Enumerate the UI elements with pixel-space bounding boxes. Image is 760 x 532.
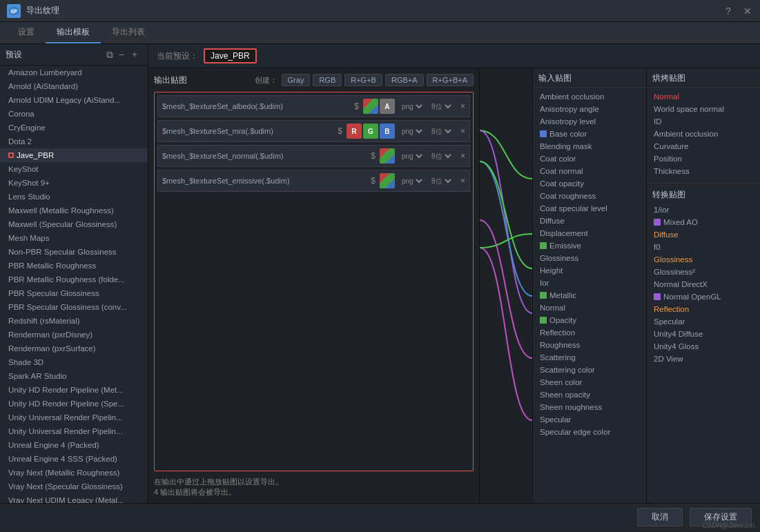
sidebar-item[interactable]: Dota 2 xyxy=(0,135,148,148)
convert-texture-item[interactable]: 1/ior xyxy=(647,204,760,216)
sidebar-item[interactable]: Renderman (pxrSurface) xyxy=(0,342,148,355)
sidebar-item[interactable]: Spark AR Studio xyxy=(0,369,148,383)
bit-depth-select[interactable]: 8位 xyxy=(429,127,454,136)
close-button[interactable]: ✕ xyxy=(742,6,753,17)
channel-swatch-rgb[interactable] xyxy=(380,148,395,164)
channel-swatch-rgb[interactable] xyxy=(380,173,395,188)
channel-swatch-a[interactable]: A xyxy=(380,99,395,114)
convert-texture-item[interactable]: Diffuse xyxy=(647,228,760,241)
input-texture-item[interactable]: Emissive xyxy=(533,239,646,252)
mesh-texture-item[interactable]: ID xyxy=(647,115,760,128)
sidebar-item[interactable]: PBR Specular Glossiness xyxy=(0,286,148,300)
bit-depth-select[interactable]: 8位 xyxy=(429,177,454,186)
convert-texture-item[interactable]: Specular xyxy=(647,315,760,328)
convert-texture-item[interactable]: Unity4 Gloss xyxy=(647,340,760,353)
sidebar-add-btn[interactable]: ＋ xyxy=(127,48,142,61)
input-texture-item[interactable]: Diffuse xyxy=(533,215,646,227)
remove-texture-btn[interactable]: × xyxy=(460,151,465,161)
format-btn-rgb[interactable]: R+G+B xyxy=(344,74,382,86)
input-texture-item[interactable]: Coat normal xyxy=(533,165,646,177)
convert-texture-item[interactable]: Glossiness² xyxy=(647,266,760,278)
format-select[interactable]: png xyxy=(399,177,425,186)
sidebar-item[interactable]: Vray Next (Metallic Roughness) xyxy=(0,466,148,480)
mesh-texture-item[interactable]: Thickness xyxy=(647,165,760,177)
input-texture-item[interactable]: Coat color xyxy=(533,152,646,165)
input-texture-item[interactable]: Sheen roughness xyxy=(533,401,646,413)
bit-depth-select[interactable]: 8位 xyxy=(429,152,454,161)
input-texture-item[interactable]: Metallic xyxy=(533,289,646,302)
convert-texture-item[interactable]: 2D View xyxy=(647,353,760,365)
convert-texture-item[interactable]: f0 xyxy=(647,241,760,253)
bit-depth-select[interactable]: 8位 xyxy=(429,102,454,111)
sidebar-item[interactable]: PBR Metallic Roughness (folde... xyxy=(0,273,148,286)
channel-swatch-rgb[interactable] xyxy=(363,99,378,114)
mesh-texture-item[interactable]: Normal xyxy=(647,90,760,103)
sidebar-item[interactable]: Vray Next UDIM Legacy (Metal... xyxy=(0,493,148,503)
sidebar-item[interactable]: Unity Universal Render Pipelin... xyxy=(0,424,148,438)
sidebar-item[interactable]: Vray Next (Specular Glossiness) xyxy=(0,480,148,493)
input-texture-item[interactable]: Opacity xyxy=(533,314,646,326)
input-texture-item[interactable]: Specular edge color xyxy=(533,426,646,438)
sidebar-item[interactable]: Unity HD Render Pipeline (Met... xyxy=(0,383,148,397)
input-texture-item[interactable]: Height xyxy=(533,264,646,277)
convert-texture-item[interactable]: Normal DirectX xyxy=(647,278,760,290)
sidebar-item[interactable]: Arnold UDIM Legacy (AiStand... xyxy=(0,93,148,107)
remove-texture-btn[interactable]: × xyxy=(460,176,465,186)
convert-texture-item[interactable]: Glossiness xyxy=(647,253,760,266)
input-texture-item[interactable]: Sheen opacity xyxy=(533,388,646,401)
sidebar-remove-btn[interactable]: − xyxy=(116,49,127,60)
sidebar-item[interactable]: Corona xyxy=(0,107,148,121)
sidebar-item[interactable]: Non-PBR Specular Glossiness xyxy=(0,245,148,259)
convert-texture-item[interactable]: Mixed AO xyxy=(647,216,760,228)
input-texture-item[interactable]: Base color xyxy=(533,128,646,140)
cancel-button[interactable]: 取消 xyxy=(637,508,683,526)
sidebar-item[interactable]: Mesh Maps xyxy=(0,231,148,245)
input-texture-item[interactable]: Specular xyxy=(533,413,646,426)
input-texture-item[interactable]: Scattering xyxy=(533,351,646,364)
input-texture-item[interactable]: Coat roughness xyxy=(533,190,646,202)
input-texture-item[interactable]: Glossiness xyxy=(533,252,646,264)
input-texture-item[interactable]: Blending mask xyxy=(533,140,646,152)
convert-texture-item[interactable]: Normal OpenGL xyxy=(647,290,760,303)
sidebar-item[interactable]: PBR Specular Glossiness (conv... xyxy=(0,300,148,314)
format-btn-gray[interactable]: Gray xyxy=(282,74,311,86)
sidebar-item[interactable]: Unreal Engine 4 (Packed) xyxy=(0,438,148,452)
sidebar-item[interactable]: Shade 3D xyxy=(0,355,148,369)
channel-swatch-r[interactable]: R xyxy=(347,124,362,139)
input-texture-item[interactable]: Ambient occlusion xyxy=(533,90,646,103)
sidebar-item[interactable]: Arnold (AiStandard) xyxy=(0,79,148,93)
convert-texture-item[interactable]: Unity4 Diffuse xyxy=(647,328,760,340)
input-texture-item[interactable]: Normal xyxy=(533,302,646,314)
sidebar-item[interactable]: Unity HD Render Pipeline (Spe... xyxy=(0,397,148,411)
input-texture-item[interactable]: Anisotropy level xyxy=(533,115,646,128)
input-texture-item[interactable]: Coat specular level xyxy=(533,202,646,215)
input-texture-item[interactable]: Coat opacity xyxy=(533,177,646,190)
tab-export-list[interactable]: 导出列表 xyxy=(101,22,156,43)
sidebar-copy-btn[interactable]: ⧉ xyxy=(104,49,116,61)
tab-settings[interactable]: 设置 xyxy=(7,22,46,43)
input-texture-item[interactable]: Roughness xyxy=(533,339,646,351)
mesh-texture-item[interactable]: Ambient occlusion xyxy=(647,128,760,140)
sidebar-item[interactable]: Jave_PBR xyxy=(0,148,148,162)
format-select[interactable]: png xyxy=(399,102,425,111)
channel-swatch-b[interactable]: B xyxy=(380,124,395,139)
sidebar-item[interactable]: KeyShot xyxy=(0,162,148,176)
sidebar-item[interactable]: Maxwell (Specular Glossiness) xyxy=(0,217,148,231)
sidebar-item[interactable]: Unreal Engine 4 SSS (Packed) xyxy=(0,452,148,466)
input-texture-item[interactable]: Anisotropy angle xyxy=(533,103,646,115)
remove-texture-btn[interactable]: × xyxy=(460,126,465,136)
help-button[interactable]: ? xyxy=(723,6,734,17)
input-texture-item[interactable]: Reflection xyxy=(533,326,646,339)
channel-swatch-g[interactable]: G xyxy=(363,124,378,139)
tab-output-template[interactable]: 输出模板 xyxy=(46,22,101,43)
sidebar-item[interactable]: Lens Studio xyxy=(0,190,148,204)
format-select[interactable]: png xyxy=(399,127,425,136)
input-texture-item[interactable]: Displacement xyxy=(533,227,646,239)
convert-texture-item[interactable]: Reflection xyxy=(647,303,760,315)
input-texture-item[interactable]: Scattering color xyxy=(533,364,646,376)
mesh-texture-item[interactable]: Position xyxy=(647,152,760,165)
sidebar-item[interactable]: Amazon Lumberyard xyxy=(0,66,148,79)
format-select[interactable]: png xyxy=(399,152,425,161)
format-btn-rgba[interactable]: R+G+B+A xyxy=(427,74,474,86)
format-btn-rgb[interactable]: RGB xyxy=(313,74,342,86)
